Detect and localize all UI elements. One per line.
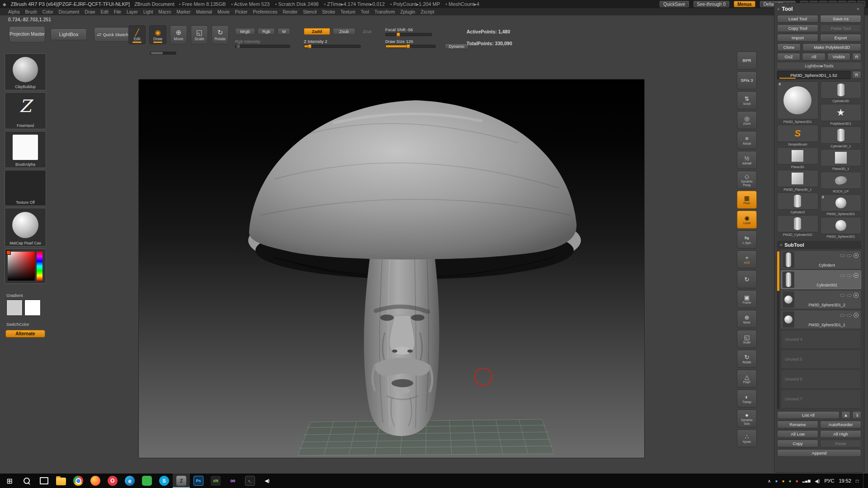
subtool-row[interactable]: Unused 6 bbox=[781, 370, 861, 389]
taskbar-icon[interactable]: Z bbox=[173, 474, 190, 488]
shelf-button[interactable]: △ PolyF bbox=[737, 370, 757, 388]
goz-visible-button[interactable]: Visible bbox=[827, 53, 850, 61]
texture-selector[interactable]: Texture Off bbox=[5, 170, 46, 206]
color-picker[interactable] bbox=[5, 249, 46, 284]
subtool-scrollbar[interactable] bbox=[777, 250, 779, 409]
current-tool-name[interactable]: PM3D_Sphere3D1_1.52 bbox=[777, 71, 850, 79]
menu-item[interactable]: Document bbox=[56, 9, 82, 14]
import-button[interactable]: Import bbox=[777, 34, 818, 42]
tool-inventory-item[interactable]: Cylinder3D_1 bbox=[821, 127, 862, 148]
goz-button[interactable]: GoZ bbox=[777, 53, 800, 61]
switchcolor-label[interactable]: SwitchColor bbox=[0, 322, 51, 327]
paste-tool-button[interactable]: Paste Tool bbox=[820, 24, 861, 32]
shelf-button[interactable]: ◱ Scale bbox=[737, 330, 757, 348]
uv-icon[interactable] bbox=[847, 314, 852, 317]
taskbar-icon[interactable]: S bbox=[156, 474, 173, 488]
zsub-button[interactable]: Zsub bbox=[333, 28, 355, 35]
polypaint-icon[interactable] bbox=[840, 294, 845, 297]
tray-icon[interactable]: ▂▄▆ bbox=[802, 479, 811, 483]
all-high-button[interactable]: All High bbox=[820, 430, 861, 438]
shelf-button[interactable]: ▣ Frame bbox=[737, 290, 757, 308]
draw-mode-button[interactable]: ◉ Draw bbox=[149, 25, 166, 44]
shelf-button[interactable]: ⊕ Move bbox=[737, 310, 757, 328]
material-selector[interactable]: MatCap Pearl Cav bbox=[5, 208, 46, 247]
projection-master-button[interactable]: Projection Master bbox=[9, 26, 45, 42]
taskbar-icon[interactable]: xN bbox=[207, 474, 224, 488]
visibility-eye-icon[interactable] bbox=[854, 293, 859, 298]
lightbox-tools-bar[interactable]: Lightbox▸Tools bbox=[777, 62, 861, 69]
menu-item[interactable]: Picker bbox=[232, 9, 250, 14]
menu-item[interactable]: Material bbox=[193, 9, 215, 14]
subtool-row[interactable]: Cylinder4 bbox=[781, 250, 861, 269]
goz-r-button[interactable]: R bbox=[852, 53, 861, 61]
polypaint-icon[interactable] bbox=[840, 314, 845, 317]
subtool-row[interactable]: Unused 4 bbox=[781, 330, 861, 349]
menu-item[interactable]: Preferences bbox=[250, 9, 280, 14]
menu-item[interactable]: Alpha bbox=[5, 9, 23, 14]
taskbar-icon[interactable] bbox=[52, 474, 70, 488]
rename-button[interactable]: Rename bbox=[777, 421, 818, 428]
all-low-button[interactable]: All Low bbox=[777, 430, 818, 438]
tool-inventory-item[interactable]: Cylinder3D bbox=[821, 81, 862, 103]
taskbar-icon[interactable]: Ps bbox=[190, 474, 207, 488]
shelf-button[interactable]: ↻ Rotate bbox=[737, 350, 757, 368]
uv-icon[interactable] bbox=[847, 254, 852, 257]
polypaint-icon[interactable] bbox=[840, 254, 845, 257]
stroke-selector[interactable]: Z FreeHand bbox=[5, 92, 46, 129]
viewport-canvas[interactable] bbox=[138, 79, 645, 458]
tool-inventory-item[interactable]: PM3D_Cylinder002 bbox=[777, 215, 818, 237]
tray-icon[interactable]: ◀) bbox=[815, 479, 820, 483]
edit-mode-button[interactable]: ╱ Edit bbox=[128, 25, 146, 44]
secondary-color-swatch[interactable] bbox=[24, 300, 41, 316]
subtool-reorder-button[interactable]: ↴ bbox=[852, 411, 861, 419]
menu-item[interactable]: Zscript bbox=[418, 9, 437, 14]
taskbar-icon[interactable]: e bbox=[121, 474, 138, 488]
show-desktop-button[interactable] bbox=[863, 474, 865, 488]
menu-item[interactable]: Stroke bbox=[319, 9, 338, 14]
visibility-eye-icon[interactable] bbox=[854, 273, 859, 278]
saturation-value-square[interactable] bbox=[8, 252, 35, 281]
tool-inventory-item[interactable]: PM3D_Sphere3D1 bbox=[821, 217, 862, 239]
taskbar-icon[interactable]: O bbox=[104, 474, 121, 488]
load-tool-button[interactable]: Load Tool bbox=[777, 15, 818, 23]
goz-all-button[interactable]: All bbox=[802, 53, 825, 61]
menu-item[interactable]: Render bbox=[280, 9, 301, 14]
menu-item[interactable]: Brush bbox=[23, 9, 40, 14]
uv-icon[interactable] bbox=[847, 294, 852, 297]
shelf-button[interactable]: ½ AAHalf bbox=[737, 151, 757, 169]
move-mode-button[interactable]: ⊕ Move bbox=[170, 25, 187, 44]
taskbar-icon[interactable] bbox=[70, 474, 87, 488]
tool-inventory-item[interactable]: SimpleBrush bbox=[777, 125, 818, 146]
mrgb-button[interactable]: Mrgb bbox=[235, 28, 255, 35]
close-icon[interactable]: × bbox=[855, 7, 861, 11]
tool-inventory-item[interactable]: PolyMesh3D1 bbox=[821, 104, 862, 126]
subtool-row[interactable]: Unused 7 bbox=[781, 389, 861, 408]
taskbar-icon[interactable] bbox=[138, 474, 156, 488]
tool-inventory-item[interactable]: Plane3D_1 bbox=[821, 149, 862, 171]
menu-item[interactable]: Draw bbox=[82, 9, 98, 14]
hue-strip[interactable] bbox=[37, 252, 42, 281]
taskbar-icon[interactable]: ◀) bbox=[259, 474, 276, 488]
tool-inventory-item[interactable]: 4 PM3D_Sphere3D1 bbox=[821, 194, 862, 216]
append-button[interactable]: Append bbox=[777, 449, 861, 457]
menu-item[interactable]: Layer bbox=[124, 9, 141, 14]
shelf-button[interactable]: ↻ bbox=[737, 270, 757, 288]
m-button[interactable]: M bbox=[278, 28, 290, 35]
subtool-copy-button[interactable]: Copy bbox=[777, 440, 818, 447]
shelf-button[interactable]: ◇ Dynamic Persp bbox=[737, 171, 757, 189]
gradient-label[interactable]: Gradient bbox=[0, 293, 51, 298]
menu-item[interactable]: Movie bbox=[215, 9, 232, 14]
shelf-button[interactable]: ≡ Actual bbox=[737, 131, 757, 149]
shelf-button[interactable]: + XYZ bbox=[737, 250, 757, 268]
taskbar-icon[interactable] bbox=[18, 474, 35, 488]
main-color-swatch[interactable] bbox=[6, 300, 23, 316]
tray-icon[interactable]: ∧ bbox=[768, 479, 771, 483]
shelf-button[interactable]: ⇅ Scroll bbox=[737, 91, 757, 109]
subtool-row[interactable]: Unused 5 bbox=[781, 350, 861, 369]
menu-item[interactable]: Marker bbox=[174, 9, 193, 14]
save-as-button[interactable]: Save As bbox=[820, 15, 861, 23]
scale-mode-button[interactable]: ◱ Scale bbox=[191, 25, 208, 44]
subtool-paste-button[interactable]: Paste bbox=[820, 440, 861, 447]
taskbar-icon[interactable]: ∞ bbox=[224, 474, 241, 488]
clone-button[interactable]: Clone bbox=[777, 43, 801, 51]
